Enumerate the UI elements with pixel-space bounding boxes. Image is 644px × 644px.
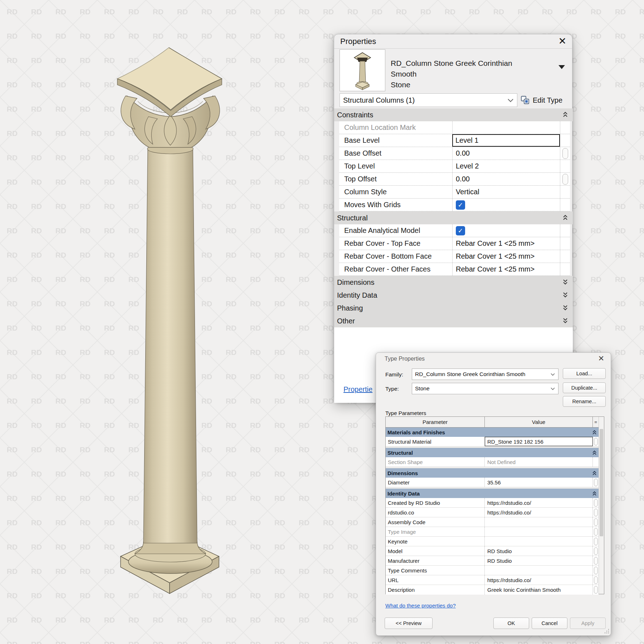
type-value: Stone (415, 385, 430, 392)
dialog-title: Type Properties (385, 356, 425, 362)
associate-param-button[interactable] (594, 567, 598, 574)
cancel-button[interactable]: Cancel (532, 618, 567, 629)
column-header-value[interactable]: Value (485, 417, 593, 427)
group-header-materials[interactable]: Materials and Finishes (386, 428, 599, 437)
resize-grip[interactable] (604, 629, 609, 634)
edit-type-button[interactable]: Edit Type (521, 93, 562, 107)
table-scrollbar[interactable] (599, 417, 604, 594)
chevron-down-icon (508, 99, 513, 102)
table-row: rdstudio.co https://rdstudio.co/ (386, 508, 599, 517)
property-row: Rebar Cover - Other Faces Rebar Cover 1 … (339, 263, 570, 276)
group-header-structural[interactable]: Structural (386, 448, 599, 457)
checkbox-checked[interactable]: ✓ (456, 226, 465, 235)
family-combo[interactable]: RD_Column Stone Greek Corinthian Smooth (412, 369, 558, 380)
ok-button[interactable]: OK (493, 618, 529, 629)
collapse-up-icon (592, 491, 596, 496)
property-value[interactable]: Vertical (452, 186, 560, 198)
table-row: Structural Material RD_Stone 192 182 156 (386, 437, 599, 447)
type-thumbnail-column (340, 50, 385, 91)
table-row: Manufacturer RD Studio (386, 556, 599, 566)
associate-param-button[interactable] (594, 479, 598, 486)
table-row: Type Image (386, 527, 599, 537)
param-value[interactable]: Greek Ionic Corinthian Smooth (485, 585, 593, 595)
group-header-dimensions[interactable]: Dimensions (386, 468, 599, 478)
param-value[interactable] (485, 517, 593, 527)
associate-param-button[interactable] (594, 586, 598, 594)
associate-param-button[interactable] (594, 576, 598, 584)
collapse-up-icon (563, 111, 568, 118)
property-value[interactable]: Rebar Cover 1 <25 mm> (452, 250, 560, 263)
property-value[interactable]: Rebar Cover 1 <25 mm> (452, 237, 560, 250)
properties-help-link[interactable]: What do these properties do? (385, 602, 456, 609)
collapse-up-icon (563, 214, 568, 221)
property-row: Base Offset 0.00 (339, 147, 570, 160)
associate-param-button[interactable] (594, 547, 598, 555)
param-value[interactable]: RD_Stone 192 182 156 (485, 437, 593, 446)
column-header-parameter[interactable]: Parameter (386, 417, 485, 427)
param-value[interactable]: https://rdstudio.co/ (485, 575, 593, 585)
param-value[interactable]: 35.56 (485, 478, 593, 487)
close-icon[interactable]: ✕ (598, 354, 604, 363)
type-combo[interactable]: Stone (412, 383, 558, 394)
collapse-up-icon (592, 430, 596, 435)
property-row: Top Offset 0.00 (339, 173, 570, 186)
section-header-constraints[interactable]: Constraints (334, 108, 573, 121)
associate-param-button[interactable] (562, 174, 568, 185)
type-name-line2: Stone (391, 79, 534, 90)
associate-param-button[interactable] (594, 518, 598, 526)
property-row: Enable Analytical Model ✓ (339, 224, 570, 237)
section-header-dimensions[interactable]: Dimensions (334, 276, 573, 289)
properties-titlebar: Properties ✕ (334, 34, 572, 49)
column-header-eq: = (593, 417, 599, 427)
collapse-up-icon (592, 471, 596, 475)
type-selector[interactable]: RD_Column Stone Greek Corinthian Smooth … (391, 58, 534, 90)
type-thumbnail (340, 49, 385, 91)
type-selector-caret-icon[interactable] (558, 65, 565, 69)
associate-param-button[interactable] (594, 528, 598, 536)
collapse-up-icon (592, 450, 596, 455)
rename-button[interactable]: Rename... (563, 396, 606, 407)
param-value[interactable]: RD Studio (485, 556, 593, 565)
table-row: Description Greek Ionic Corinthian Smoot… (386, 585, 599, 595)
property-row: Rebar Cover - Bottom Face Rebar Cover 1 … (339, 250, 570, 263)
param-value[interactable]: https://rdstudio.co/ (485, 498, 593, 507)
load-button[interactable]: Load... (563, 368, 606, 379)
properties-help-link[interactable]: Propertie (343, 385, 372, 394)
property-value[interactable]: 0.00 (452, 173, 560, 185)
associate-param-button[interactable] (594, 499, 598, 507)
associate-param-button[interactable] (594, 509, 598, 516)
property-value[interactable] (452, 121, 560, 134)
param-value[interactable]: https://rdstudio.co/ (485, 508, 593, 517)
group-header-identity-data[interactable]: Identity Data (386, 489, 599, 498)
edit-type-icon (521, 96, 530, 105)
column-capital (117, 48, 222, 154)
preview-button[interactable]: << Preview (385, 618, 433, 629)
property-value[interactable]: Level 1 (452, 134, 560, 147)
checkbox-checked[interactable]: ✓ (456, 200, 465, 210)
section-header-identity-data[interactable]: Identity Data (334, 289, 573, 302)
section-header-other[interactable]: Other (334, 314, 573, 327)
scrollbar-thumb[interactable] (600, 429, 603, 536)
section-header-phasing[interactable]: Phasing (334, 302, 573, 314)
param-value[interactable]: RD Studio (485, 546, 593, 556)
expand-down-icon (563, 304, 568, 311)
associate-param-button[interactable] (594, 538, 598, 545)
property-value[interactable]: 0.00 (452, 147, 560, 160)
property-row: Column Style Vertical (339, 186, 570, 199)
column-shaft (143, 149, 197, 543)
section-header-structural[interactable]: Structural (334, 211, 573, 224)
param-value[interactable] (485, 566, 593, 575)
duplicate-button[interactable]: Duplicate... (563, 382, 606, 393)
category-filter-combo[interactable]: Structural Columns (1) (340, 93, 517, 107)
expand-down-icon (563, 292, 568, 298)
table-row: Keynote (386, 537, 599, 546)
close-icon[interactable]: ✕ (558, 36, 566, 47)
associate-param-button[interactable] (594, 557, 598, 565)
type-parameters-label: Type Parameters (385, 410, 426, 416)
property-value[interactable]: Level 2 (452, 160, 560, 172)
associate-param-button[interactable] (594, 438, 598, 445)
param-value[interactable] (485, 537, 593, 546)
associate-param-button[interactable] (562, 148, 568, 159)
param-value (485, 527, 593, 536)
property-value[interactable]: Rebar Cover 1 <25 mm> (452, 263, 560, 275)
